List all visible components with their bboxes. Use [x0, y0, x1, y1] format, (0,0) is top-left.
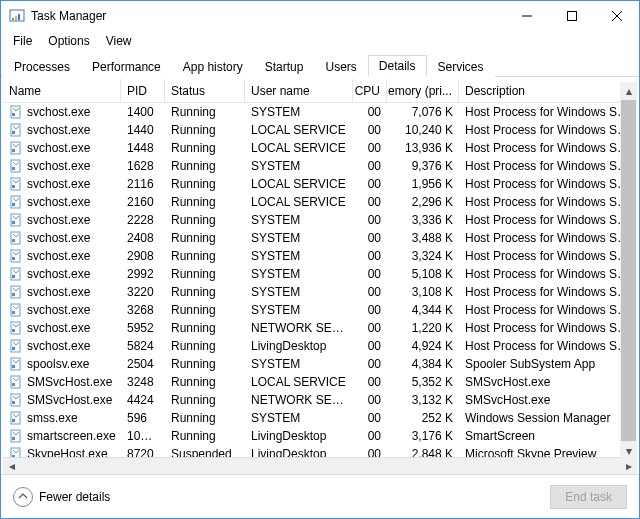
menu-file[interactable]: File: [5, 32, 40, 50]
process-cpu: 00: [353, 195, 387, 209]
menu-options[interactable]: Options: [40, 32, 97, 50]
process-cpu: 00: [353, 303, 387, 317]
table-row[interactable]: svchost.exe3220RunningSYSTEM003,108 KHos…: [3, 283, 637, 301]
table-row[interactable]: SMSvcHost.exe4424RunningNETWORK SERVICE0…: [3, 391, 637, 409]
svg-rect-19: [12, 203, 15, 206]
process-memory: 4,344 K: [387, 303, 459, 317]
process-status: Running: [165, 285, 245, 299]
process-memory: 1,956 K: [387, 177, 459, 191]
process-user: LivingDesktop: [245, 429, 353, 443]
process-description: SmartScreen: [459, 429, 637, 443]
column-header-memory[interactable]: Memory (pri...: [387, 79, 459, 102]
table-row[interactable]: svchost.exe2992RunningSYSTEM005,108 KHos…: [3, 265, 637, 283]
scroll-down-icon[interactable]: ▾: [620, 442, 637, 459]
table-row[interactable]: svchost.exe3268RunningSYSTEM004,344 KHos…: [3, 301, 637, 319]
process-memory: 3,132 K: [387, 393, 459, 407]
tab-app-history[interactable]: App history: [172, 56, 254, 77]
table-row[interactable]: smss.exe596RunningSYSTEM00252 KWindows S…: [3, 409, 637, 427]
table-row[interactable]: svchost.exe1440RunningLOCAL SERVICE0010,…: [3, 121, 637, 139]
tab-services[interactable]: Services: [427, 56, 495, 77]
tab-startup[interactable]: Startup: [254, 56, 315, 77]
process-status: Running: [165, 159, 245, 173]
exe-icon: [9, 393, 23, 407]
process-description: Host Process for Windows Serv: [459, 177, 637, 191]
exe-icon: [9, 141, 23, 155]
tab-performance[interactable]: Performance: [81, 56, 172, 77]
horizontal-scrollbar[interactable]: ◂ ▸: [3, 457, 637, 474]
column-header-pid[interactable]: PID: [121, 79, 165, 102]
table-row[interactable]: svchost.exe5824RunningLivingDesktop004,9…: [3, 337, 637, 355]
process-user: LivingDesktop: [245, 447, 353, 457]
table-row[interactable]: svchost.exe2116RunningLOCAL SERVICE001,9…: [3, 175, 637, 193]
exe-icon: [9, 321, 23, 335]
process-name: svchost.exe: [27, 231, 90, 245]
column-header-status[interactable]: Status: [165, 79, 245, 102]
process-cpu: 00: [353, 285, 387, 299]
table-row[interactable]: svchost.exe2408RunningSYSTEM003,488 KHos…: [3, 229, 637, 247]
process-cpu: 00: [353, 357, 387, 371]
tab-users[interactable]: Users: [314, 56, 367, 77]
process-status: Running: [165, 411, 245, 425]
process-user: SYSTEM: [245, 285, 353, 299]
process-status: Running: [165, 249, 245, 263]
fewer-details-button[interactable]: Fewer details: [13, 487, 110, 507]
svg-rect-9: [12, 113, 15, 116]
table-row[interactable]: svchost.exe1448RunningLOCAL SERVICE0013,…: [3, 139, 637, 157]
process-description: Host Process for Windows Serv: [459, 105, 637, 119]
process-status: Running: [165, 213, 245, 227]
scroll-right-icon[interactable]: ▸: [620, 458, 637, 475]
exe-icon: [9, 375, 23, 389]
scroll-left-icon[interactable]: ◂: [3, 458, 20, 475]
process-status: Running: [165, 357, 245, 371]
table-row[interactable]: SMSvcHost.exe3248RunningLOCAL SERVICE005…: [3, 373, 637, 391]
scroll-up-icon[interactable]: ▴: [620, 82, 637, 99]
exe-icon: [9, 447, 23, 457]
end-task-button[interactable]: End task: [550, 485, 627, 509]
process-pid: 2504: [121, 357, 165, 371]
scrollbar-thumb[interactable]: [621, 100, 636, 441]
exe-icon: [9, 411, 23, 425]
process-pid: 4424: [121, 393, 165, 407]
close-button[interactable]: [594, 2, 639, 31]
table-row[interactable]: svchost.exe2908RunningSYSTEM003,324 KHos…: [3, 247, 637, 265]
process-memory: 13,936 K: [387, 141, 459, 155]
process-description: Host Process for Windows Serv: [459, 267, 637, 281]
svg-rect-29: [12, 293, 15, 296]
process-cpu: 00: [353, 177, 387, 191]
tab-processes[interactable]: Processes: [3, 56, 81, 77]
minimize-button[interactable]: [504, 2, 549, 31]
table-row[interactable]: SkypeHost.exe8720SuspendedLivingDesktop0…: [3, 445, 637, 457]
chevron-up-icon: [13, 487, 33, 507]
table-row[interactable]: svchost.exe1400RunningSYSTEM007,076 KHos…: [3, 103, 637, 121]
tab-details[interactable]: Details: [368, 55, 427, 77]
process-user: SYSTEM: [245, 357, 353, 371]
process-cpu: 00: [353, 213, 387, 227]
menu-view[interactable]: View: [98, 32, 140, 50]
process-memory: 5,108 K: [387, 267, 459, 281]
vertical-scrollbar[interactable]: ▴ ▾: [620, 82, 637, 459]
column-header-user[interactable]: User name: [245, 79, 353, 102]
process-description: SMSvcHost.exe: [459, 393, 637, 407]
table-row[interactable]: spoolsv.exe2504RunningSYSTEM004,384 KSpo…: [3, 355, 637, 373]
table-row[interactable]: svchost.exe2160RunningLOCAL SERVICE002,2…: [3, 193, 637, 211]
table-row[interactable]: smartscreen.exe10092RunningLivingDesktop…: [3, 427, 637, 445]
svg-rect-2: [15, 16, 17, 20]
process-pid: 5952: [121, 321, 165, 335]
exe-icon: [9, 303, 23, 317]
tab-strip: Processes Performance App history Startu…: [1, 51, 639, 77]
table-header-row: Name PID Status User name CPU Memory (pr…: [3, 79, 637, 103]
table-row[interactable]: svchost.exe1628RunningSYSTEM009,376 KHos…: [3, 157, 637, 175]
process-pid: 1448: [121, 141, 165, 155]
process-cpu: 00: [353, 159, 387, 173]
column-header-name[interactable]: Name: [3, 79, 121, 102]
column-header-cpu[interactable]: CPU: [353, 79, 387, 102]
maximize-button[interactable]: [549, 2, 594, 31]
process-memory: 1,220 K: [387, 321, 459, 335]
process-name: svchost.exe: [27, 141, 90, 155]
column-header-description[interactable]: Description: [459, 79, 637, 102]
process-pid: 2908: [121, 249, 165, 263]
process-name: svchost.exe: [27, 267, 90, 281]
table-row[interactable]: svchost.exe2228RunningSYSTEM003,336 KHos…: [3, 211, 637, 229]
table-row[interactable]: svchost.exe5952RunningNETWORK SERVICE001…: [3, 319, 637, 337]
svg-rect-33: [12, 329, 15, 332]
